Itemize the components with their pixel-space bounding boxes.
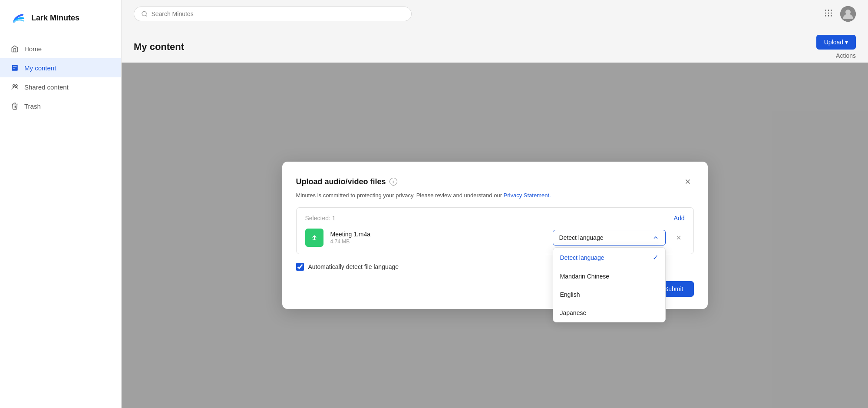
language-dropdown-selected: Detect language xyxy=(559,234,604,241)
lang-option-japanese-label: Japanese xyxy=(560,309,587,316)
svg-point-10 xyxy=(825,12,826,13)
app-title: Lark Minutes xyxy=(31,13,79,23)
info-icon[interactable]: i xyxy=(389,178,397,186)
lang-option-mandarin-label: Mandarin Chinese xyxy=(560,273,610,280)
actions-button[interactable]: Actions xyxy=(836,52,856,59)
selected-count: Selected: 1 xyxy=(305,215,336,222)
modal-overlay: Upload audio/video files i Minutes is co… xyxy=(122,63,868,408)
search-icon xyxy=(141,10,148,17)
page-top-right: Upload ▾ Actions xyxy=(816,35,856,59)
auto-detect-label: Automatically detect file language xyxy=(308,263,399,270)
svg-point-5 xyxy=(142,11,146,16)
sidebar-item-home[interactable]: Home xyxy=(0,39,121,58)
language-dropdown-trigger[interactable]: Detect language xyxy=(553,230,666,245)
home-icon xyxy=(10,44,19,53)
sidebar-item-shared-content-label: Shared content xyxy=(24,83,69,91)
content-area: Upload audio/video files i Minutes is co… xyxy=(122,63,868,408)
language-dropdown: Detect language Detect language ✓ xyxy=(553,230,666,245)
trash-icon xyxy=(10,102,19,110)
file-upload-area: Selected: 1 Add xyxy=(296,207,694,254)
shared-content-icon xyxy=(10,83,19,91)
svg-point-14 xyxy=(828,15,829,17)
svg-point-9 xyxy=(831,10,832,11)
file-row: Meeting 1.m4a 4.74 MB Detect language xyxy=(305,229,685,247)
search-bar-container xyxy=(134,7,412,21)
lang-option-english-label: English xyxy=(560,291,580,298)
svg-point-13 xyxy=(825,15,826,17)
svg-point-8 xyxy=(828,10,829,11)
sidebar-navigation: Home My content Shared cont xyxy=(0,36,121,119)
modal-subtitle: Minutes is committed to protecting your … xyxy=(296,192,694,199)
modal-title-container: Upload audio/video files i xyxy=(296,177,397,186)
svg-rect-1 xyxy=(13,66,17,67)
language-dropdown-menu: Detect language ✓ Mandarin Chinese Engli… xyxy=(553,247,666,322)
lang-option-japanese[interactable]: Japanese xyxy=(553,304,665,322)
file-info: Meeting 1.m4a 4.74 MB xyxy=(330,231,546,245)
sidebar-item-home-label: Home xyxy=(24,45,42,53)
add-file-link[interactable]: Add xyxy=(674,215,685,222)
file-size: 4.74 MB xyxy=(330,239,546,245)
sidebar: Lark Minutes Home My content xyxy=(0,0,122,408)
chevron-up-icon xyxy=(652,234,659,241)
avatar[interactable] xyxy=(840,6,856,22)
sidebar-item-trash[interactable]: Trash xyxy=(0,96,121,116)
file-name: Meeting 1.m4a xyxy=(330,231,546,238)
lark-logo-icon xyxy=(10,10,27,26)
svg-point-11 xyxy=(828,12,829,13)
grid-apps-icon[interactable] xyxy=(824,8,833,20)
topbar xyxy=(122,0,868,28)
upload-button[interactable]: Upload ▾ xyxy=(816,35,856,50)
page-header: My content Upload ▾ Actions xyxy=(122,28,868,63)
svg-point-12 xyxy=(831,12,832,13)
svg-point-15 xyxy=(831,15,832,17)
privacy-statement-link[interactable]: Privacy Statement. xyxy=(504,192,551,199)
file-icon xyxy=(305,229,323,247)
modal-header: Upload audio/video files i xyxy=(296,176,694,188)
svg-point-7 xyxy=(825,10,826,11)
lang-option-mandarin[interactable]: Mandarin Chinese xyxy=(553,267,665,285)
auto-detect-checkbox[interactable] xyxy=(296,263,304,271)
check-icon: ✓ xyxy=(653,253,658,262)
modal-title-text: Upload audio/video files xyxy=(296,177,386,186)
file-remove-button[interactable] xyxy=(673,232,685,244)
svg-point-4 xyxy=(16,85,18,87)
sidebar-item-shared-content[interactable]: Shared content xyxy=(0,77,121,96)
my-content-icon xyxy=(10,63,19,72)
sidebar-item-my-content[interactable]: My content xyxy=(0,58,121,77)
modal-close-button[interactable] xyxy=(682,176,694,188)
page-title: My content xyxy=(134,41,184,53)
svg-line-6 xyxy=(146,15,147,17)
search-input[interactable] xyxy=(151,10,404,17)
sidebar-item-trash-label: Trash xyxy=(24,103,41,110)
sidebar-logo: Lark Minutes xyxy=(0,0,121,36)
lang-option-detect[interactable]: Detect language ✓ xyxy=(553,248,665,267)
file-upload-header: Selected: 1 Add xyxy=(305,215,685,222)
main-content: My content Upload ▾ Actions Upload audio… xyxy=(122,0,868,408)
svg-point-3 xyxy=(13,85,15,87)
sidebar-item-my-content-label: My content xyxy=(24,64,56,72)
lang-option-english[interactable]: English xyxy=(553,285,665,304)
lang-option-detect-label: Detect language xyxy=(560,254,604,261)
upload-modal: Upload audio/video files i Minutes is co… xyxy=(282,162,708,309)
topbar-right xyxy=(824,6,856,22)
svg-rect-2 xyxy=(13,68,16,69)
